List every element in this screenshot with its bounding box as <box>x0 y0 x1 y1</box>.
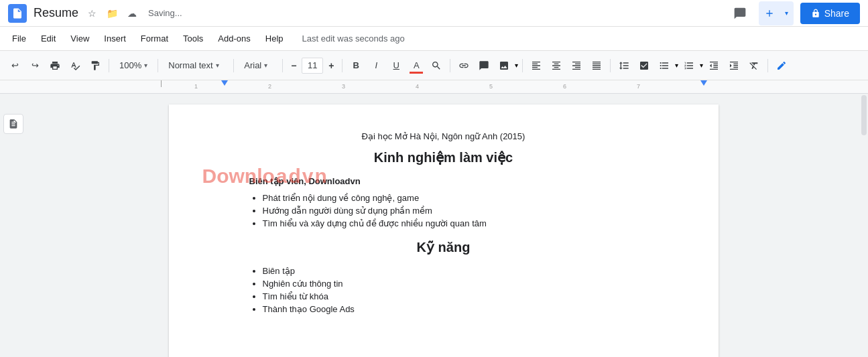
sep2 <box>158 59 158 72</box>
sep6 <box>450 59 450 72</box>
sep1 <box>109 59 109 72</box>
zoom-arrow: ▾ <box>144 62 147 69</box>
image-dropdown-arrow[interactable]: ▾ <box>515 62 518 69</box>
work-item-1: Phát triển nội dung về công nghệ, game <box>263 193 652 203</box>
ruler-triangle-left <box>221 80 228 86</box>
menu-edit[interactable]: Edit <box>34 31 62 46</box>
spell-check-button[interactable] <box>66 56 84 75</box>
new-dropdown-arrow[interactable]: ▾ <box>780 1 794 25</box>
menu-addons[interactable]: Add-ons <box>211 31 257 46</box>
align-right-button[interactable] <box>567 56 586 75</box>
document-outline-button[interactable] <box>3 114 23 134</box>
zoom-dropdown[interactable]: 100% ▾ <box>113 56 153 75</box>
style-arrow: ▾ <box>216 62 219 69</box>
voice-typing-button[interactable] <box>772 56 791 75</box>
menu-help[interactable]: Help <box>259 31 290 46</box>
work-section-title: Kinh nghiệm làm việc <box>236 149 652 165</box>
skill-item-3: Tìm hiểu từ khóa <box>263 291 652 301</box>
sep9 <box>767 59 768 72</box>
text-color-button[interactable]: A <box>407 56 426 75</box>
sep5 <box>342 59 343 72</box>
font-size-input[interactable] <box>302 58 323 74</box>
menu-file[interactable]: File <box>5 31 33 46</box>
font-arrow: ▾ <box>264 62 267 69</box>
sep8 <box>610 59 611 72</box>
menu-bar: File Edit View Insert Format Tools Add-o… <box>0 27 868 51</box>
ruler-triangle-right <box>700 80 707 86</box>
last-edit-status: Last edit was seconds ago <box>302 33 405 44</box>
sep7 <box>522 59 523 72</box>
right-scrollbar-area <box>860 94 868 357</box>
paint-format-button[interactable] <box>86 56 105 75</box>
bullet-dropdown-arrow[interactable]: ▾ <box>675 62 678 69</box>
work-list: Phát triển nội dung về công nghệ, game H… <box>263 193 652 228</box>
bullet-list-button[interactable] <box>655 56 674 75</box>
doc-page: Downloadvn Đại học Mở Hà Nội, Ngôn ngữ A… <box>169 104 719 357</box>
underline-button[interactable]: U <box>387 56 406 75</box>
job-title: Biên tập viên, Downloadvn <box>249 176 652 186</box>
align-center-button[interactable] <box>547 56 566 75</box>
ordered-list-button[interactable] <box>680 56 698 75</box>
folder-icon[interactable]: 📁 <box>104 5 120 21</box>
zoom-value: 100% <box>119 60 141 70</box>
title-bar-right: ▾ Share <box>728 1 860 25</box>
checklist-button[interactable] <box>635 56 654 75</box>
font-size-decrease[interactable]: − <box>287 58 300 74</box>
increase-indent-button[interactable] <box>725 56 743 75</box>
font-value: Arial <box>244 60 261 70</box>
skill-item-1: Biên tập <box>263 266 652 276</box>
style-value: Normal text <box>168 60 212 70</box>
work-item-2: Hướng dẫn người dùng sử dụng phần mềm <box>263 206 652 216</box>
skills-list: Biên tập Nghiên cứu thông tin Tìm hiểu t… <box>263 266 652 314</box>
skills-section-title: Kỹ năng <box>236 239 652 255</box>
sep4 <box>282 59 283 72</box>
skill-item-4: Thành thạo Google Ads <box>263 304 652 314</box>
align-left-button[interactable] <box>527 56 546 75</box>
redo-button[interactable]: ↪ <box>25 56 44 75</box>
title-icons: ☆ 📁 ☁ <box>84 5 140 21</box>
print-button[interactable] <box>46 56 64 75</box>
clear-formatting-button[interactable] <box>745 56 763 75</box>
title-bar: Resume ☆ 📁 ☁ Saving... ▾ Share <box>0 0 868 27</box>
share-label: Share <box>824 8 849 19</box>
menu-view[interactable]: View <box>64 31 96 46</box>
doc-area: Downloadvn Đại học Mở Hà Nội, Ngôn ngữ A… <box>27 94 860 357</box>
work-item-3: Tìm hiểu và xây dựng chủ đề được nhiều n… <box>263 218 652 228</box>
comment-insert-button[interactable] <box>475 56 493 75</box>
highlight-button[interactable] <box>427 56 446 75</box>
cloud-icon[interactable]: ☁ <box>124 5 140 21</box>
comments-button[interactable] <box>728 1 752 25</box>
menu-tools[interactable]: Tools <box>176 31 210 46</box>
scrollbar-thumb[interactable] <box>861 95 867 135</box>
image-button[interactable] <box>495 56 513 75</box>
decrease-indent-button[interactable] <box>704 56 723 75</box>
font-size-increase[interactable]: + <box>324 58 338 74</box>
left-sidebar <box>0 94 27 357</box>
toolbar: ↩ ↪ 100% ▾ Normal text ▾ Arial ▾ − + B I… <box>0 51 868 80</box>
star-icon[interactable]: ☆ <box>84 5 100 21</box>
skill-item-2: Nghiên cứu thông tin <box>263 279 652 289</box>
share-button[interactable]: Share <box>800 3 860 24</box>
menu-format[interactable]: Format <box>134 31 175 46</box>
new-document-button[interactable] <box>759 1 780 25</box>
italic-button[interactable]: I <box>367 56 385 75</box>
doc-title: Resume <box>34 6 78 20</box>
ruler: 1 2 3 4 5 6 7 <box>0 80 868 94</box>
app-icon <box>8 4 27 23</box>
university-text: Đại học Mở Hà Nội, Ngôn ngữ Anh (2015) <box>236 131 652 141</box>
undo-button[interactable]: ↩ <box>5 56 24 75</box>
bold-button[interactable]: B <box>347 56 365 75</box>
align-justify-button[interactable] <box>587 56 606 75</box>
font-size-area: − + <box>287 58 338 74</box>
line-spacing-button[interactable] <box>615 56 633 75</box>
ordered-dropdown-arrow[interactable]: ▾ <box>700 62 703 69</box>
saving-status: Saving... <box>148 8 182 18</box>
style-dropdown[interactable]: Normal text ▾ <box>162 56 229 75</box>
menu-insert[interactable]: Insert <box>97 31 133 46</box>
sep3 <box>233 59 234 72</box>
font-dropdown[interactable]: Arial ▾ <box>238 56 278 75</box>
link-button[interactable] <box>454 56 473 75</box>
